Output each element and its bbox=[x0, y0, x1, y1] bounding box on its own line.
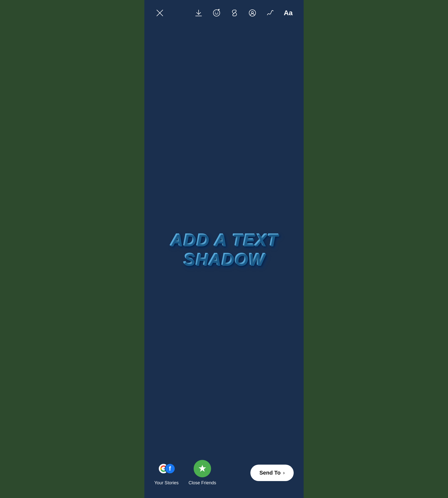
text-icon-label: Aa bbox=[284, 9, 293, 17]
mention-button[interactable] bbox=[247, 7, 258, 18]
svg-marker-13 bbox=[199, 465, 206, 472]
close-friends-label: Close Friends bbox=[188, 480, 216, 486]
svg-point-11 bbox=[249, 10, 256, 16]
star-icon bbox=[198, 464, 207, 473]
close-friends-avatar bbox=[194, 460, 211, 477]
svg-point-5 bbox=[215, 12, 216, 13]
download-button[interactable] bbox=[193, 7, 204, 18]
toolbar-right: Aa bbox=[193, 7, 294, 18]
text-button[interactable]: Aa bbox=[283, 7, 294, 18]
your-stories-avatar: f bbox=[158, 460, 175, 477]
bottom-section: f Your Stories Close Friends Send To › bbox=[144, 452, 304, 498]
send-to-label: Send To bbox=[259, 470, 280, 476]
close-friends-option[interactable]: Close Friends bbox=[188, 460, 216, 486]
story-text-element[interactable]: ADD A TEXT SHADOW bbox=[144, 230, 304, 269]
stories-options: f Your Stories Close Friends bbox=[154, 460, 216, 486]
story-canvas[interactable]: ADD A TEXT SHADOW bbox=[144, 0, 304, 498]
your-stories-option[interactable]: f Your Stories bbox=[154, 460, 178, 486]
svg-point-6 bbox=[218, 12, 218, 13]
svg-line-10 bbox=[233, 12, 235, 14]
toolbar: Aa bbox=[144, 0, 304, 23]
send-to-button[interactable]: Send To › bbox=[250, 465, 294, 481]
draw-icon bbox=[266, 9, 274, 17]
link-button[interactable] bbox=[229, 7, 240, 18]
chevron-right-icon: › bbox=[283, 470, 285, 476]
toolbar-left bbox=[154, 7, 165, 18]
facebook-avatar: f bbox=[165, 463, 175, 474]
link-icon bbox=[230, 9, 238, 17]
phone-screen: Aa ADD A TEXT SHADOW bbox=[144, 0, 304, 498]
mention-icon bbox=[248, 9, 256, 17]
sticker-icon bbox=[213, 9, 221, 17]
sticker-button[interactable] bbox=[211, 7, 222, 18]
close-button[interactable] bbox=[154, 7, 165, 18]
draw-button[interactable] bbox=[265, 7, 276, 18]
svg-point-12 bbox=[251, 11, 253, 13]
download-icon bbox=[195, 9, 203, 17]
close-icon bbox=[156, 9, 164, 17]
your-stories-label: Your Stories bbox=[154, 480, 178, 486]
svg-point-4 bbox=[213, 10, 220, 16]
